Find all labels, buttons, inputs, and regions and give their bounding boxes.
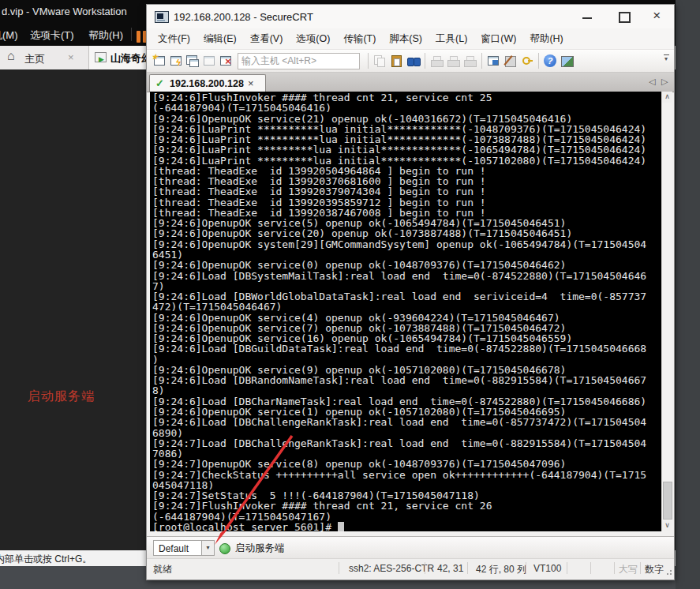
dropdown-value: Default bbox=[159, 543, 189, 554]
printer-shape bbox=[431, 60, 444, 67]
session-tab-close-icon[interactable]: × bbox=[248, 77, 254, 89]
vmware-status-hint: 内部单击或按 Ctrl+G。 bbox=[0, 553, 92, 566]
securecrt-window: 192.168.200.128 - SecureCRT × 文件(F) 编辑(E… bbox=[146, 4, 675, 580]
maximize-button[interactable] bbox=[609, 6, 638, 25]
vm-running-play-icon: ▶ bbox=[99, 55, 104, 63]
sheet-shape bbox=[377, 58, 385, 67]
status-emulation: VT100 bbox=[533, 563, 561, 574]
picture-shape bbox=[561, 56, 574, 67]
securecrt-titlebar[interactable]: 192.168.200.128 - SecureCRT × bbox=[147, 5, 674, 28]
status-separator bbox=[614, 562, 615, 574]
toolbar-separator bbox=[481, 53, 482, 69]
start-server-button[interactable]: 启动服务端 bbox=[235, 542, 285, 555]
status-separator bbox=[467, 562, 468, 574]
web-session-icon[interactable] bbox=[559, 53, 575, 69]
menu-help[interactable]: 帮助(H) bbox=[530, 32, 563, 46]
button-bar-dropdown[interactable]: Default ▾ bbox=[153, 540, 215, 556]
toolbar-separator bbox=[425, 53, 425, 69]
blue-panel-shape bbox=[492, 60, 498, 65]
menu-transfer[interactable]: 传输(T) bbox=[343, 32, 376, 46]
menu-file[interactable]: 文件(F) bbox=[158, 32, 190, 46]
session-manager-icon[interactable]: ★ bbox=[152, 53, 168, 69]
quick-connect-icon[interactable]: ϟ bbox=[168, 53, 185, 69]
terminal-text: [9:24:6]FlushInvoker #### thread cnt 21,… bbox=[150, 92, 661, 531]
button-bar: Default ▾ 启动服务端 bbox=[147, 536, 674, 559]
tab-scroll-left-icon[interactable]: ◁ bbox=[649, 77, 655, 87]
printer-shape bbox=[464, 60, 477, 67]
terminal-output[interactable]: [9:24:6]FlushInvoker #### thread cnt 21,… bbox=[150, 92, 661, 531]
scrollbar-thumb[interactable] bbox=[663, 482, 672, 520]
key-stem-shape bbox=[528, 60, 533, 62]
home-icon: ⌂ bbox=[7, 49, 15, 63]
question-glyph: ? bbox=[544, 54, 556, 67]
annotation-start-server-text: 启动服务端 bbox=[28, 388, 95, 405]
scrollbar-down-icon[interactable]: ∨ bbox=[662, 520, 672, 531]
app-icon-screen bbox=[157, 13, 163, 19]
status-separator bbox=[567, 562, 567, 574]
resize-grip-icon[interactable] bbox=[664, 567, 672, 575]
toolbar-overflow-icon[interactable]: ▾ bbox=[661, 54, 671, 62]
close-button[interactable]: × bbox=[642, 6, 671, 25]
menu-window[interactable]: 窗口(W) bbox=[481, 32, 516, 46]
session-tab[interactable]: ✓ 192.168.200.128 × bbox=[149, 74, 266, 92]
disconnect-icon[interactable]: × bbox=[218, 53, 234, 69]
clipboard-shape bbox=[391, 55, 402, 67]
toolbar-separator bbox=[538, 53, 539, 69]
connected-check-icon: ✓ bbox=[155, 77, 164, 89]
terminal-cursor bbox=[338, 522, 344, 531]
start-server-dot-icon[interactable] bbox=[219, 543, 230, 554]
vmware-toolbar-separator bbox=[131, 28, 132, 41]
app-icon-bar bbox=[157, 20, 165, 21]
status-separator bbox=[526, 562, 526, 574]
reconnect-icon[interactable] bbox=[201, 53, 218, 69]
session-tabbar: ✓ 192.168.200.128 × ◁ ▷ bbox=[147, 73, 674, 92]
session-tab-label: 192.168.200.128 bbox=[170, 78, 244, 89]
status-grid-size: 42 行, 80 列 bbox=[476, 563, 526, 576]
maximize-icon bbox=[619, 12, 631, 23]
suspend-icon[interactable] bbox=[137, 31, 140, 43]
securecrt-menubar: 文件(F) 编辑(E) 查看(V) 选项(O) 传输(T) 脚本(S) 工具(L… bbox=[147, 28, 674, 49]
print-icon[interactable] bbox=[429, 53, 445, 69]
copy-icon[interactable] bbox=[372, 53, 388, 69]
paste-icon[interactable] bbox=[388, 53, 405, 69]
securecrt-toolbar: ★ ϟ × bbox=[147, 49, 674, 73]
close-icon: × bbox=[642, 8, 671, 24]
scrollbar-up-icon[interactable]: ∧ bbox=[662, 92, 672, 103]
menu-tools[interactable]: 工具(L) bbox=[436, 32, 467, 46]
menu-script[interactable]: 脚本(S) bbox=[389, 32, 422, 46]
help-icon[interactable]: ? bbox=[542, 53, 559, 69]
securecrt-statusbar: 就绪 ssh2: AES-256-CTR 42, 31 42 行, 80 列 V… bbox=[147, 558, 674, 578]
vmware-menu-help[interactable]: 帮助(H) bbox=[88, 28, 123, 43]
vmware-menu-tabs[interactable]: 选项卡(T) bbox=[30, 28, 74, 43]
global-options-icon[interactable] bbox=[502, 53, 518, 69]
vmware-window-title: d.vip - VMware Workstation bbox=[2, 6, 127, 17]
printer-shape bbox=[447, 60, 460, 67]
host-input[interactable] bbox=[238, 53, 360, 69]
print-preview-icon[interactable] bbox=[445, 53, 462, 69]
menu-view[interactable]: 查看(V) bbox=[250, 32, 283, 46]
tab-home[interactable]: ⌂ 主页 × bbox=[0, 46, 89, 69]
vmware-menu-vm[interactable]: 虚拟机(M) bbox=[0, 28, 18, 43]
status-separator bbox=[339, 562, 339, 574]
red-x-glyph: × bbox=[225, 58, 231, 66]
print-setup-icon[interactable] bbox=[462, 53, 478, 69]
dropdown-arrow-icon[interactable]: ▾ bbox=[201, 541, 214, 555]
menu-edit[interactable]: 编辑(E) bbox=[204, 32, 237, 46]
window-shape bbox=[189, 59, 199, 67]
minimize-icon bbox=[582, 17, 592, 19]
menu-options[interactable]: 选项(O) bbox=[296, 32, 330, 46]
key-agent-icon[interactable] bbox=[518, 53, 535, 69]
tab-home-label: 主页 bbox=[24, 52, 45, 66]
status-separator bbox=[640, 562, 641, 574]
connect-in-tab-icon[interactable] bbox=[185, 53, 201, 69]
securecrt-window-title: 192.168.200.128 - SecureCRT bbox=[174, 11, 313, 23]
tab-home-close-icon[interactable]: × bbox=[68, 51, 74, 63]
session-options-icon[interactable] bbox=[485, 53, 502, 69]
terminal-scrollbar[interactable]: ∧ ∨ bbox=[661, 92, 672, 531]
find-icon[interactable] bbox=[405, 53, 421, 69]
tab-scroll-right-icon[interactable]: ▷ bbox=[661, 77, 668, 87]
status-ready: 就绪 bbox=[153, 563, 172, 576]
minimize-button[interactable] bbox=[573, 6, 601, 25]
status-caps-lock: 大写 bbox=[619, 563, 638, 576]
star-glyph: ★ bbox=[152, 53, 158, 61]
